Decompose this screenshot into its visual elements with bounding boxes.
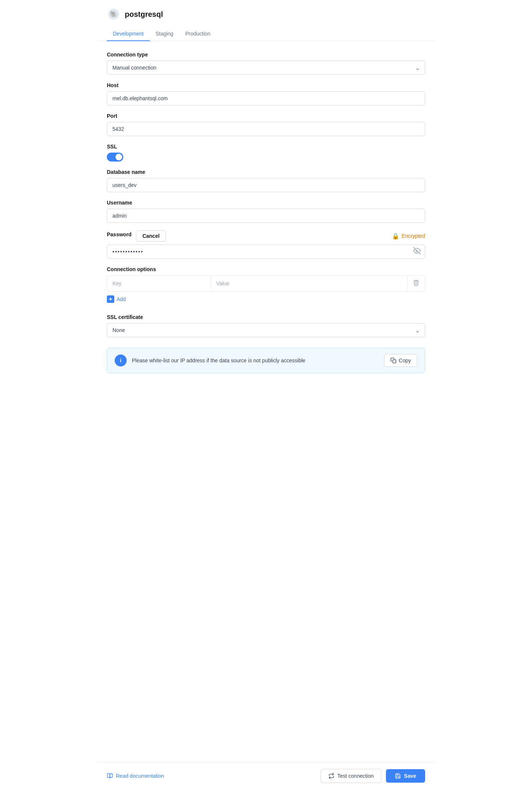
connection-options-header-row: Key Value: [107, 276, 425, 291]
delete-column-header: [408, 276, 425, 291]
database-name-input[interactable]: [107, 178, 425, 192]
info-icon: i: [115, 354, 127, 366]
cancel-button[interactable]: Cancel: [136, 230, 166, 242]
eye-off-icon[interactable]: [413, 247, 421, 257]
connection-options-group: Connection options Key Value + Add: [107, 266, 425, 307]
info-box: i Please white-list our IP address if th…: [107, 348, 425, 373]
page-title: postgresql: [125, 10, 163, 19]
port-input[interactable]: [107, 122, 425, 136]
password-input[interactable]: [107, 245, 425, 259]
password-input-wrapper: [107, 245, 425, 259]
copy-button-label: Copy: [399, 357, 411, 363]
svg-text:🐘: 🐘: [110, 10, 118, 18]
tabs-container: Development Staging Production: [98, 27, 434, 41]
ssl-toggle-wrapper: [107, 153, 425, 162]
ssl-toggle[interactable]: [107, 153, 123, 162]
username-label: Username: [107, 200, 425, 206]
password-group: Password Cancel 🔒 Encrypted: [107, 230, 425, 259]
form-content: Connection type Manual connection Connec…: [98, 41, 434, 418]
connection-type-select[interactable]: Manual connection Connection string: [107, 61, 425, 75]
connection-type-group: Connection type Manual connection Connec…: [107, 52, 425, 75]
encrypted-badge: 🔒 Encrypted: [392, 233, 425, 240]
username-group: Username: [107, 200, 425, 223]
toggle-track: [107, 153, 123, 162]
value-column-header: Value: [211, 277, 408, 290]
ssl-certificate-select-wrapper: None CA certificate Client certificate ⌄: [107, 323, 425, 337]
copy-button[interactable]: Copy: [384, 354, 417, 367]
connection-type-select-wrapper: Manual connection Connection string ⌄: [107, 61, 425, 75]
postgresql-icon: 🐘: [107, 7, 120, 21]
add-button-label: Add: [117, 296, 126, 302]
trash-icon: [413, 279, 420, 286]
info-text: Please white-list our IP address if the …: [132, 357, 379, 365]
database-name-group: Database name: [107, 169, 425, 192]
host-input[interactable]: [107, 91, 425, 105]
ssl-label: SSL: [107, 144, 425, 150]
toggle-thumb: [115, 154, 122, 160]
ssl-group: SSL: [107, 144, 425, 162]
add-connection-option-button[interactable]: + Add: [107, 292, 126, 307]
svg-rect-2: [393, 360, 396, 363]
password-label-row: Password Cancel: [107, 230, 166, 242]
port-label: Port: [107, 113, 425, 119]
host-label: Host: [107, 82, 425, 88]
encrypted-label: Encrypted: [402, 233, 425, 239]
ssl-certificate-group: SSL certificate None CA certificate Clie…: [107, 314, 425, 337]
password-label: Password: [107, 231, 132, 237]
ssl-certificate-select[interactable]: None CA certificate Client certificate: [107, 323, 425, 337]
port-group: Port: [107, 113, 425, 136]
plus-icon: +: [107, 295, 114, 303]
username-input[interactable]: [107, 209, 425, 223]
tab-staging[interactable]: Staging: [150, 27, 179, 41]
ssl-certificate-label: SSL certificate: [107, 314, 425, 320]
connection-options-table: Key Value: [107, 275, 425, 292]
host-group: Host: [107, 82, 425, 105]
connection-type-label: Connection type: [107, 52, 425, 58]
database-name-label: Database name: [107, 169, 425, 175]
tab-development[interactable]: Development: [107, 27, 150, 41]
key-column-header: Key: [107, 277, 211, 290]
copy-icon: [390, 357, 396, 363]
tab-production[interactable]: Production: [179, 27, 216, 41]
connection-options-label: Connection options: [107, 266, 425, 272]
password-header-row: Password Cancel 🔒 Encrypted: [107, 230, 425, 242]
lock-icon: 🔒: [392, 233, 399, 240]
header: 🐘 postgresql: [98, 0, 434, 27]
